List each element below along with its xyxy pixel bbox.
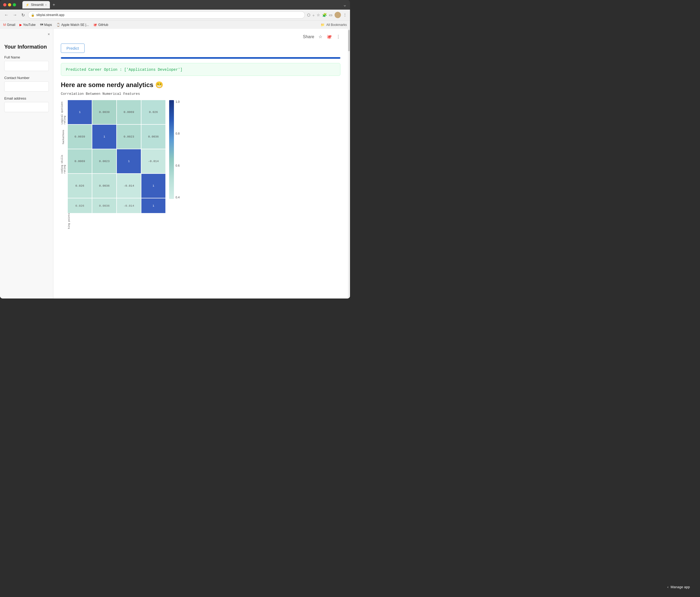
heatmap-cell-9: 0.0023 [92, 149, 116, 173]
heatmap-cell-12: 0.026 [68, 174, 92, 198]
heatmap-cell-15: 1 [142, 174, 166, 198]
y-axis-labels: Logical quotient rating hackathons codin… [61, 100, 68, 198]
bookmark-youtube-label: YouTube [23, 23, 35, 27]
heatmap-wrapper: Logical quotient rating hackathons codin… [61, 100, 341, 213]
email-label: Email address [4, 96, 49, 100]
bookmark-maps-label: Maps [44, 23, 52, 27]
scale-label-3: 0.6 [176, 164, 179, 167]
sidebar: × Your Information Full Name Contact Num… [0, 29, 53, 298]
minimize-button[interactable] [8, 3, 11, 6]
progress-fill [61, 57, 341, 59]
full-name-input[interactable] [4, 61, 49, 71]
partial-cell-3: 1 [142, 198, 166, 213]
heatmap-cell-14: -0.014 [117, 174, 141, 198]
overflow-menu-button[interactable]: ⋮ [336, 34, 341, 39]
reader-mode-icon[interactable]: ▭ [329, 13, 332, 17]
bookmark-apple-watch-label: Apple Watch SE |... [61, 23, 89, 27]
github-link-button[interactable]: 🐙 [327, 34, 332, 39]
tab-title: Streamlit [31, 3, 44, 7]
heatmap-cell-1: 0.0039 [92, 100, 116, 124]
lock-icon: 🔒 [31, 13, 35, 17]
email-input[interactable] [4, 102, 49, 112]
share-button[interactable]: Share [303, 34, 314, 39]
main-header-actions: Share ☆ 🐙 ⋮ [61, 34, 341, 39]
progress-bar [61, 57, 341, 59]
nav-bar: ← → ↻ 🔒 sibylai.streamlit.app ⬡ ⬦ ☆ 🧩 ▭ … [0, 9, 350, 20]
forward-button[interactable]: → [12, 12, 18, 18]
bookmark-youtube[interactable]: ▶ YouTube [20, 23, 35, 27]
prediction-text: Predicted Career Option : ['Applications… [66, 68, 182, 72]
predict-button[interactable]: Predict [61, 44, 84, 53]
refresh-button[interactable]: ↻ [20, 12, 26, 18]
traffic-lights [3, 3, 16, 6]
full-name-group: Full Name [4, 55, 49, 71]
tab-bar: ⚡ Streamlit × + [22, 1, 57, 8]
contact-number-group: Contact Number [4, 76, 49, 92]
tab-close-icon[interactable]: × [45, 3, 47, 6]
all-bookmarks-btn[interactable]: 📁 All Bookmarks [321, 23, 347, 27]
scrollbar-thumb[interactable] [348, 30, 350, 51]
address-bar[interactable]: 🔒 sibylai.streamlit.app [28, 11, 305, 19]
close-button[interactable] [3, 3, 6, 6]
email-group: Email address [4, 96, 49, 112]
back-button[interactable]: ← [3, 12, 9, 18]
extensions-icon[interactable]: 🧩 [322, 13, 327, 17]
star-icon: ☆ [319, 34, 322, 39]
maps-icon: 🗺 [40, 23, 43, 27]
heatmap-partial-row: 0.026 0.0036 -0.014 1 [68, 198, 166, 213]
analytics-title: Here are some nerdy analytics 😁 [61, 81, 341, 89]
dropdown-arrow[interactable]: ⌄ [343, 2, 347, 8]
prediction-result: Predicted Career Option : ['Applications… [61, 63, 341, 76]
bookmark-gmail[interactable]: M Gmail [3, 23, 15, 27]
bookmark-gmail-label: Gmail [7, 23, 15, 27]
overflow-menu-icon: ⋮ [336, 34, 341, 39]
new-tab-button[interactable]: + [51, 2, 56, 7]
y-label-2: coding skills rating [61, 149, 66, 173]
address-text: sibylai.streamlit.app [36, 13, 64, 17]
sidebar-close-button[interactable]: × [48, 32, 50, 36]
title-bar: ⚡ Streamlit × + ⌄ [0, 0, 350, 9]
heatmap-cell-0: 1 [68, 100, 92, 124]
y-label-king-points: king points [68, 213, 70, 229]
contact-number-label: Contact Number [4, 76, 49, 80]
sidebar-title: Your Information [4, 44, 49, 50]
scale-label-4: 0.4 [176, 196, 179, 199]
heatmap-cell-13: 0.0036 [92, 174, 116, 198]
bookmark-maps[interactable]: 🗺 Maps [40, 23, 52, 27]
heatmap-cell-6: 0.0023 [117, 125, 141, 149]
browser-window: ⚡ Streamlit × + ⌄ ← → ↻ 🔒 sibylai.stream… [0, 0, 350, 298]
profile-avatar[interactable] [334, 12, 341, 18]
scale-label-2: 0.8 [176, 132, 179, 135]
scrollbar[interactable] [348, 29, 350, 298]
cast-icon[interactable]: ⬡ [307, 13, 310, 17]
chrome-menu-icon[interactable]: ⋮ [343, 13, 347, 17]
partial-cell-1: 0.0036 [92, 198, 116, 213]
partial-cell-0: 0.026 [68, 198, 92, 213]
contact-number-input[interactable] [4, 81, 49, 92]
bookmark-star-icon[interactable]: ☆ [317, 13, 320, 17]
app-content: × Your Information Full Name Contact Num… [0, 29, 350, 298]
maximize-button[interactable] [13, 3, 16, 6]
bookmarks-folder-icon: 📁 [321, 23, 325, 27]
heatmap-cell-5: 1 [92, 125, 116, 149]
heatmap-cell-7: 0.0036 [142, 125, 166, 149]
share-label: Share [303, 34, 314, 39]
bookmarks-bar: M Gmail ▶ YouTube 🗺 Maps ⌚ Apple Watch S… [0, 20, 350, 29]
y-label-1: hackathons [61, 125, 66, 149]
nav-actions: ⬡ ⬦ ☆ 🧩 ▭ ⋮ [307, 12, 347, 18]
star-button[interactable]: ☆ [319, 34, 322, 39]
bookmark-github[interactable]: 🐙 GitHub [93, 23, 108, 27]
bookmark-github-label: GitHub [98, 23, 108, 27]
heatmap-grid-container: 10.00390.00690.0260.003910.00230.00360.0… [68, 100, 166, 213]
heatmap-cell-11: -0.014 [142, 149, 166, 173]
color-scale-bar [169, 100, 174, 199]
active-tab[interactable]: ⚡ Streamlit × [22, 1, 50, 8]
scale-label-1: 1.0 [176, 100, 179, 103]
screenshot-icon[interactable]: ⬦ [312, 13, 315, 17]
github-icon: 🐙 [93, 23, 97, 27]
heatmap-grid: 10.00390.00690.0260.003910.00230.00360.0… [68, 100, 166, 198]
apple-watch-icon: ⌚ [56, 23, 60, 27]
bookmark-apple-watch[interactable]: ⌚ Apple Watch SE |... [56, 23, 89, 27]
partial-cell-2: -0.014 [117, 198, 141, 213]
correlation-subtitle: Correlation Between Numerical Features [61, 92, 341, 96]
